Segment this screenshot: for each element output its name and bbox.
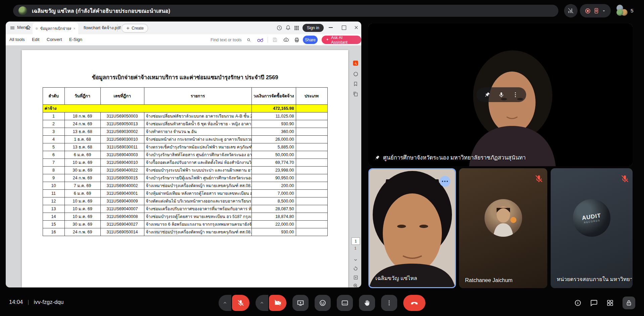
table-row: 513 ธ.ค. 68311US69030011จ้างตรวจเช็คบำรุ…: [43, 143, 327, 151]
rotate-refresh-icon[interactable]: [352, 265, 359, 272]
participant-count: 5: [631, 8, 633, 13]
shared-screen-tile[interactable]: Menu ข้อมูลการเบิกจ่ายค่าจ้างเหมาบ... fl…: [6, 21, 361, 287]
close-window-button[interactable]: [354, 25, 359, 30]
ask-ai-assistant-button[interactable]: Ask AI Assistant: [322, 36, 361, 44]
video-tile-self[interactable]: เฉลิมขวัญ แซ่ไหล: [368, 168, 456, 288]
minimize-button[interactable]: [329, 27, 333, 28]
mic-control: [219, 295, 249, 311]
table-header-row: ลำดับ วันที่ฎีกา เลขที่ฎีกา รายการ วงเงิ…: [43, 88, 327, 105]
section-type: [296, 105, 327, 112]
end-call-button[interactable]: [403, 295, 425, 311]
table-row: 66 ม.ค. 69311US69040003จ้างบำรุงรักษาลิฟ…: [43, 151, 327, 159]
mic-indicator-icon[interactable]: [498, 91, 505, 98]
section-amount: 472,165.98: [251, 105, 296, 112]
chat-icon[interactable]: [590, 299, 598, 307]
notifications-bell-icon[interactable]: [285, 25, 291, 31]
mic-off-icon: [620, 174, 629, 183]
ai-sparkle-icon: [325, 38, 329, 42]
upload-cloud-icon[interactable]: [283, 37, 289, 43]
pin-icon[interactable]: [484, 91, 491, 98]
camera-options-button[interactable]: [256, 295, 268, 311]
adobe-tool-icon[interactable]: [352, 59, 359, 67]
nav-convert[interactable]: Convert: [47, 37, 62, 42]
activities-icon[interactable]: [606, 299, 614, 307]
nav-all-tools[interactable]: All tools: [9, 37, 25, 42]
tab-document-active[interactable]: ข้อมูลการเบิกจ่ายค่าจ้างเหมาบ...: [33, 23, 78, 34]
maximize-button[interactable]: [342, 26, 346, 30]
more-options-button[interactable]: [381, 295, 397, 311]
menu-icon[interactable]: [10, 25, 15, 31]
network-off-icon: [567, 7, 574, 14]
meet-bottom-bar: 14:04 | ivv-fzgz-dqu: [0, 289, 644, 316]
acrobat-tab-bar: Menu ข้อมูลการเบิกจ่ายค่าจ้างเหมาบ... fl…: [6, 21, 361, 35]
scroll-chevron-down-icon[interactable]: [352, 256, 359, 264]
expense-table: ลำดับ วันที่ฎีกา เลขที่ฎีกา รายการ วงเงิ…: [43, 87, 328, 236]
emoji-icon: [319, 299, 326, 307]
mic-options-button[interactable]: [219, 295, 231, 311]
reactions-button[interactable]: [315, 295, 331, 311]
video-tile-audit[interactable]: AUDIT RECORDS หน่วยตรวจสอบภายใน มหาวิทยา…: [551, 168, 633, 288]
section-row: ค่าจ้าง 472,165.98: [43, 105, 327, 112]
home-icon[interactable]: [25, 25, 31, 31]
star-icon[interactable]: [35, 26, 38, 31]
tab-document-label: ข้อมูลการเบิกจ่ายค่าจ้างเหมาบ...: [40, 26, 71, 32]
call-controls: [0, 289, 644, 316]
nav-esign[interactable]: E-Sign: [69, 37, 82, 42]
camera-toggle-button[interactable]: [269, 295, 286, 311]
document-viewport[interactable]: ข้อมูลการเบิกจ่ายค่าจ้างเหมาบริการ และค่…: [6, 45, 361, 287]
raise-hand-button[interactable]: [359, 295, 375, 311]
more-options-icon[interactable]: [512, 91, 519, 98]
col-desc: รายการ: [144, 88, 251, 105]
participant-avatar: AUDIT RECORDS: [570, 197, 613, 239]
table-row: 107 ม.ค. 69311US69040002จ้างเหมาซ่อมบำรุ…: [43, 182, 327, 190]
table-row: 924 ก.พ. 69311US69050015จ้างบำรุงรักษารา…: [43, 174, 327, 182]
zoom-in-icon[interactable]: [352, 282, 359, 287]
find-input[interactable]: [210, 37, 245, 43]
participants-indicator[interactable]: 5: [616, 5, 633, 16]
table-row: 1210 ม.ค. 69311US69040009จ้างตัดแต่งต้นไ…: [43, 197, 327, 205]
history-icon[interactable]: [276, 25, 282, 31]
create-label: Create: [132, 26, 144, 31]
expense-table-body: ค่าจ้าง 472,165.98 118 ก.พ. 69311US69050…: [43, 105, 327, 236]
create-button[interactable]: Create: [122, 24, 148, 33]
close-tab-icon[interactable]: [73, 27, 76, 31]
mic-off-icon: [535, 174, 543, 183]
present-screen-button[interactable]: [292, 295, 309, 311]
find-field[interactable]: [210, 36, 251, 44]
sign-in-label: Sign in: [307, 26, 319, 30]
meeting-details-icon[interactable]: [574, 299, 582, 307]
table-row: 710 ม.ค. 69311US69040010จ้างรื้อถอดเครื่…: [43, 159, 327, 167]
video-tile-ratchanee[interactable]: Ratchanee Jaichum: [459, 168, 547, 288]
network-status-button[interactable]: [564, 4, 578, 17]
recording-pill[interactable]: [580, 4, 611, 17]
fit-page-icon[interactable]: [352, 274, 359, 281]
share-button[interactable]: Share: [303, 36, 318, 44]
col-type: ประเภท: [296, 88, 327, 105]
table-row: 116 ม.ค. 69311US69040001จ้างหุ้มฝาหนังเท…: [43, 190, 327, 197]
nav-edit[interactable]: Edit: [32, 37, 39, 42]
chevron-down-icon[interactable]: [602, 9, 606, 13]
captions-icon: [341, 299, 349, 307]
ai-glasses-icon[interactable]: [257, 37, 264, 43]
bottom-right-icons: [574, 289, 635, 316]
mic-toggle-button[interactable]: [232, 295, 249, 311]
captions-button[interactable]: [337, 295, 353, 311]
pinned-video-tile[interactable]: ศูนย์การศึกษาจังหวัดระนอง มหาวิทยาลัยราช…: [368, 24, 633, 166]
bookmark-icon[interactable]: [352, 80, 359, 88]
pinned-label: ศูนย์การศึกษาจังหวัดระนอง มหาวิทยาลัยราช…: [374, 153, 526, 162]
apps-grid-icon[interactable]: [294, 25, 299, 31]
acrobat-right-rail: 1 1: [350, 45, 361, 287]
search-icon[interactable]: [247, 37, 251, 43]
copy-pages-icon[interactable]: [352, 90, 359, 98]
self-video: [369, 169, 455, 287]
pin-icon: [374, 155, 380, 161]
sign-in-button[interactable]: Sign in: [303, 24, 324, 32]
page-number-input[interactable]: 1: [352, 237, 360, 245]
record-circle-icon[interactable]: [352, 70, 359, 78]
tile-more-options-button[interactable]: [440, 176, 450, 187]
host-controls-button[interactable]: [623, 297, 635, 309]
raise-hand-icon: [363, 299, 371, 307]
print-icon[interactable]: [294, 37, 300, 43]
col-date: วันที่ฎีกา: [64, 88, 100, 105]
toolbar-divider: [268, 37, 268, 43]
